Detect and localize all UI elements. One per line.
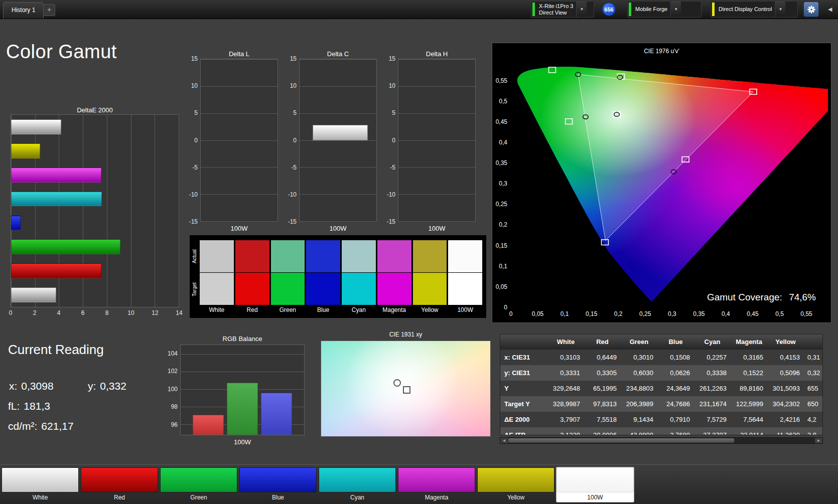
cell: 20,0006 (585, 427, 622, 435)
pattern-button-white[interactable]: White (2, 467, 79, 502)
pattern-label: Red (81, 492, 158, 501)
chevron-down-icon[interactable]: ▼ (670, 2, 681, 17)
chevron-down-icon[interactable]: ▼ (576, 2, 587, 17)
cie1976-title: CIE 1976 u'v' (492, 48, 831, 55)
scroll-right-icon[interactable]: ► (815, 438, 822, 443)
cell: 3,9 (805, 427, 823, 435)
gridline (398, 113, 475, 114)
collapse-panel-icon[interactable]: ◀ (828, 6, 832, 13)
pattern-swatch (398, 467, 475, 492)
delta-l-x-label: 100W (200, 225, 278, 232)
display-status-indicator (712, 3, 715, 16)
reading-cd: cd/m²:621,17 (8, 420, 74, 432)
table-scrollbar[interactable]: ◄ ► (500, 437, 823, 444)
tab-history-1[interactable]: History 1 (3, 2, 44, 19)
pattern-label: Magenta (398, 492, 475, 501)
row-label: y: CIE31 (500, 365, 548, 381)
swatch-column: Green (271, 240, 305, 316)
pattern-button-red[interactable]: Red (81, 467, 158, 502)
swatch-label: Magenta (377, 305, 411, 315)
gridline (201, 221, 277, 222)
pattern-swatch (239, 467, 317, 492)
cie1976-y-axis: 0,550,50,450,40,350,30,250,20,150,10,050 (492, 59, 509, 307)
gridline (201, 167, 277, 167)
column-header: Red (585, 334, 622, 350)
actual-target-swatch-strip: Actual Target WhiteRedGreenBlueCyanMagen… (190, 235, 486, 318)
scrollbar-thumb[interactable] (508, 438, 734, 443)
source-selector[interactable]: Mobile Forge ▼ (627, 1, 702, 18)
swatch-column: White (200, 240, 234, 316)
pattern-label: Green (160, 492, 237, 501)
swatch-column: Red (235, 240, 269, 316)
axis-tick: 0,35 (496, 159, 507, 166)
gridline (398, 221, 475, 222)
chevron-down-icon[interactable]: ▼ (775, 2, 785, 17)
reading-fl-label: fL: (8, 400, 20, 412)
swatch-column: Magenta (377, 240, 411, 316)
cell: 0,1522 (732, 365, 768, 381)
reading-y-value: 0,332 (100, 380, 126, 392)
add-tab-button[interactable]: + (43, 4, 55, 16)
target-swatch (342, 273, 376, 305)
axis-tick: 0,15 (496, 242, 507, 249)
cie1976-chromaticity-diagram (511, 59, 828, 307)
axis-tick: 0,4 (499, 139, 507, 146)
column-header (805, 334, 823, 350)
actual-swatch (200, 240, 234, 272)
strip-columns: WhiteRedGreenBlueCyanMagentaYellow100W (200, 240, 482, 316)
cell: 650 (805, 396, 823, 412)
target-swatch (306, 273, 340, 305)
axis-tick: 0,1 (561, 310, 569, 317)
target-swatch (413, 273, 447, 305)
pattern-label: Cyan (319, 492, 396, 501)
pattern-buttons: WhiteRedGreenBlueCyanMagentaYellow100W (2, 467, 634, 502)
cell: 655 (805, 381, 823, 396)
gamut-coverage-value: 74,6% (789, 292, 816, 302)
axis-tick: 0,1 (499, 263, 507, 270)
axis-tick: 0,5 (775, 310, 784, 317)
pattern-button-yellow[interactable]: Yellow (477, 467, 554, 502)
axis-tick: -5 (192, 164, 198, 171)
axis-tick: 0 (293, 137, 297, 144)
axis-tick: 0,2 (499, 221, 507, 228)
pattern-button-green[interactable]: Green (160, 467, 237, 502)
column-header: Blue (658, 334, 695, 350)
cell: 97,8313 (585, 396, 622, 412)
pattern-button-cyan[interactable]: Cyan (319, 467, 396, 502)
settings-button[interactable] (803, 2, 819, 17)
axis-tick: 100 (168, 386, 178, 393)
gridline (201, 140, 277, 141)
axis-tick: 5 (293, 109, 297, 116)
delta-h-chart-title: Delta H (398, 50, 476, 58)
axis-tick: 0,45 (496, 118, 507, 125)
cell: 11,2620 (768, 427, 805, 435)
scroll-left-icon[interactable]: ◄ (500, 438, 508, 443)
swatch-label: Red (235, 305, 269, 315)
swatch-column: Cyan (342, 240, 376, 316)
axis-tick: 0,25 (496, 201, 507, 208)
axis-tick: 10 (389, 82, 395, 89)
pattern-button-100w[interactable]: 100W (556, 467, 634, 502)
axis-tick: 0,05 (532, 310, 543, 317)
cie1976-x-axis: 00,050,10,150,20,250,30,350,40,450,50,55 (511, 310, 828, 318)
cell: 0,3305 (585, 365, 622, 381)
meter-name: X-Rite i1Pro 3 Direct View (536, 2, 576, 18)
reading-fl: fL:181,3 (8, 400, 50, 412)
meter-selector[interactable]: X-Rite i1Pro 3 Direct View ▼ (531, 1, 594, 18)
cell: 0,2257 (695, 350, 732, 365)
row-label: ΔE 2000 (500, 412, 548, 427)
swatch-label: White (200, 305, 234, 315)
cell: 328,9987 (548, 396, 585, 412)
pattern-button-magenta[interactable]: Magenta (398, 467, 475, 502)
cie1931-chart (321, 341, 491, 437)
column-header: White (548, 334, 585, 350)
display-control-selector[interactable]: Direct Display Control ▼ (711, 1, 798, 18)
column-header: Cyan (695, 334, 732, 350)
actual-swatch (271, 240, 305, 272)
pattern-button-blue[interactable]: Blue (239, 467, 317, 502)
bar-red (193, 415, 224, 435)
axis-tick: 0 (509, 310, 513, 317)
table-row: x: CIE310,31030,64490,30100,15080,22570,… (500, 350, 822, 365)
axis-tick: -10 (288, 191, 297, 198)
delta-l-chart (200, 59, 278, 222)
